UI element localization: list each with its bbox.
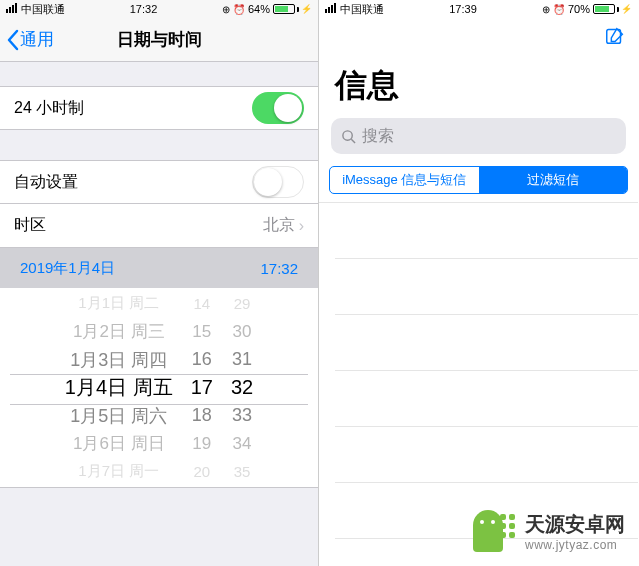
search-placeholder: 搜索	[362, 126, 394, 147]
status-bar: 中国联通 17:32 ⊕ ⏰ 64% ⚡	[0, 0, 318, 18]
alarm-icon: ⊕	[542, 4, 550, 15]
seg-imessage[interactable]: iMessage 信息与短信	[330, 167, 479, 193]
battery-icon: ⚡	[593, 4, 632, 14]
row-date-summary[interactable]: 2019年1月4日 17:32	[0, 248, 318, 288]
summary-time: 17:32	[260, 260, 298, 277]
messages-list[interactable]	[319, 202, 638, 539]
picker-col-hour[interactable]: 14 15 16 17 18 19 20	[191, 290, 213, 486]
chevron-left-icon	[6, 29, 20, 51]
list-item[interactable]	[335, 427, 638, 483]
row-timezone-value: 北京	[263, 215, 295, 236]
battery-icon: ⚡	[273, 4, 312, 14]
battery-pct: 70%	[568, 3, 590, 15]
row-24h: 24 小时制	[0, 86, 318, 130]
seg-filtered[interactable]: 过滤短信	[479, 167, 628, 193]
list-item[interactable]	[335, 315, 638, 371]
status-bar: 中国联通 17:39 ⊕ ⏰ 70% ⚡	[319, 0, 638, 18]
carrier-label: 中国联通	[340, 2, 384, 17]
status-time: 17:39	[449, 3, 477, 15]
watermark-logo-icon	[473, 510, 515, 552]
compose-button[interactable]	[604, 25, 626, 51]
svg-line-2	[351, 139, 355, 143]
phone-settings: 中国联通 17:32 ⊕ ⏰ 64% ⚡ 通用 日期与时间 24 小时制	[0, 0, 319, 566]
segmented-control: iMessage 信息与短信 过滤短信	[329, 166, 628, 194]
battery-pct: 64%	[248, 3, 270, 15]
alarm-icon: ⏰	[233, 4, 245, 15]
back-button[interactable]: 通用	[6, 28, 54, 51]
picker-col-date[interactable]: 1月1日 周二 1月2日 周三 1月3日 周四 1月4日 周五 1月5日 周六 …	[65, 290, 173, 486]
watermark-name: 天源安卓网	[525, 511, 625, 538]
signal-icon	[325, 3, 337, 15]
status-time: 17:32	[130, 3, 158, 15]
date-time-picker[interactable]: 1月1日 周二 1月2日 周三 1月3日 周四 1月4日 周五 1月5日 周六 …	[0, 288, 318, 488]
nav-bar: 通用 日期与时间	[0, 18, 318, 62]
watermark-url: www.jytyaz.com	[525, 538, 625, 552]
row-auto-set: 自动设置	[0, 160, 318, 204]
alarm-icon: ⏰	[553, 4, 565, 15]
signal-icon	[6, 3, 18, 15]
search-icon	[341, 129, 356, 144]
toggle-24h[interactable]	[252, 92, 304, 124]
chevron-right-icon: ›	[299, 217, 304, 235]
list-item[interactable]	[335, 203, 638, 259]
toggle-auto-set[interactable]	[252, 166, 304, 198]
row-24h-label: 24 小时制	[14, 98, 84, 119]
svg-point-1	[343, 130, 352, 139]
watermark: 天源安卓网 www.jytyaz.com	[473, 510, 625, 552]
phone-messages: 中国联通 17:39 ⊕ ⏰ 70% ⚡ 信息 搜索 iMess	[319, 0, 638, 566]
page-title-large: 信息	[319, 58, 638, 118]
page-title: 日期与时间	[117, 28, 202, 51]
list-item[interactable]	[335, 259, 638, 315]
picker-col-minute[interactable]: 29 30 31 32 33 34 35	[231, 290, 253, 486]
row-timezone[interactable]: 时区 北京 ›	[0, 204, 318, 248]
row-auto-set-label: 自动设置	[14, 172, 78, 193]
nav-bar	[319, 18, 638, 58]
row-timezone-label: 时区	[14, 215, 46, 236]
search-input[interactable]: 搜索	[331, 118, 626, 154]
compose-icon	[604, 25, 626, 47]
alarm-icon: ⊕	[222, 4, 230, 15]
summary-date: 2019年1月4日	[20, 259, 115, 278]
list-item[interactable]	[335, 371, 638, 427]
back-label: 通用	[20, 28, 54, 51]
carrier-label: 中国联通	[21, 2, 65, 17]
